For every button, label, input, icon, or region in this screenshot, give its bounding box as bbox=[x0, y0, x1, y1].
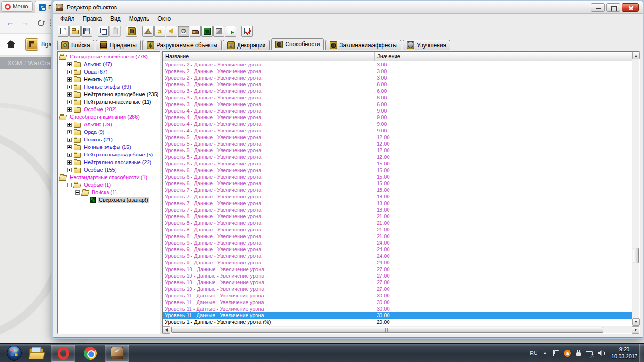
taskbar-clock[interactable]: 9:20 10.03.2017 bbox=[611, 346, 637, 360]
expander-minus-icon[interactable] bbox=[67, 183, 72, 187]
expander-plus-icon[interactable] bbox=[67, 130, 72, 134]
overflow-menu-icon[interactable] bbox=[50, 19, 52, 21]
column-header-value[interactable]: Значение bbox=[374, 52, 400, 61]
power-plug-icon[interactable] bbox=[576, 352, 581, 356]
property-row[interactable]: Уровень 7 - Данные - Увеличение урона18.… bbox=[163, 200, 632, 206]
property-row[interactable]: Уровень 4 - Данные - Увеличение урона9.0… bbox=[163, 107, 632, 114]
property-row[interactable]: Уровень 5 - Данные - Увеличение урона12.… bbox=[163, 154, 632, 160]
property-row[interactable]: Уровень 6 - Данные - Увеличение урона15.… bbox=[163, 173, 632, 180]
property-row[interactable]: Уровень 5 - Данные - Увеличение урона12.… bbox=[163, 147, 632, 154]
speaker-icon[interactable] bbox=[598, 350, 605, 356]
expander-plus-icon[interactable] bbox=[67, 145, 72, 149]
property-row[interactable]: Уровень 7 - Данные - Увеличение урона18.… bbox=[163, 187, 632, 193]
property-row[interactable]: Уровень 6 - Данные - Увеличение урона15.… bbox=[163, 180, 632, 187]
tab-fist-active[interactable]: Способности bbox=[271, 38, 324, 50]
tree-item[interactable]: Альянс (47) bbox=[58, 60, 160, 68]
expander-plus-icon[interactable] bbox=[67, 153, 72, 157]
expander-plus-icon[interactable] bbox=[67, 168, 72, 172]
property-row[interactable]: Уровень 4 - Данные - Увеличение урона9.0… bbox=[163, 121, 632, 127]
property-row[interactable]: Уровень 10 - Данные - Увеличение урона27… bbox=[163, 272, 632, 279]
expander-plus-icon[interactable] bbox=[67, 107, 72, 112]
toolbar-button-import-manager[interactable] bbox=[225, 26, 236, 37]
language-indicator[interactable]: RU bbox=[530, 350, 537, 356]
taskbar-item-world-editor[interactable] bbox=[105, 345, 129, 362]
tree-item[interactable]: Ночные эльфы (69) bbox=[58, 83, 160, 90]
tab-chest-inactive[interactable]: Предметы bbox=[96, 40, 141, 50]
tree-item[interactable]: Орда (9) bbox=[58, 128, 160, 136]
property-row[interactable]: Уровень 2 - Данные - Увеличение урона3.0… bbox=[163, 61, 632, 68]
expander-plus-icon[interactable] bbox=[67, 123, 72, 127]
property-row[interactable]: Уровень 8 - Данные - Увеличение урона21.… bbox=[163, 213, 632, 220]
vertical-scroll-thumb[interactable] bbox=[633, 248, 639, 263]
tree-item[interactable]: Нейтрально-пассивные (22) bbox=[58, 158, 160, 166]
property-row[interactable]: Уровень 3 - Данные - Увеличение урона6.0… bbox=[163, 94, 632, 101]
property-row[interactable]: Уровень 7 - Данные - Увеличение урона18.… bbox=[163, 193, 632, 200]
forward-icon[interactable] bbox=[21, 17, 29, 27]
toolbar-button-save[interactable] bbox=[81, 26, 92, 37]
tree-item[interactable]: Нейтрально-враждебные (235) bbox=[58, 90, 160, 98]
taskbar-item-explorer[interactable] bbox=[25, 345, 47, 362]
minimize-button[interactable] bbox=[591, 3, 605, 12]
property-row[interactable]: Уровень 10 - Данные - Увеличение урона27… bbox=[163, 279, 632, 286]
tree-item[interactable]: Альянс (39) bbox=[58, 121, 160, 128]
menu-item-0[interactable]: Файл bbox=[56, 14, 79, 24]
property-row[interactable]: Уровень 10 - Данные - Увеличение урона27… bbox=[163, 286, 632, 292]
horizontal-scrollbar[interactable] bbox=[163, 326, 639, 333]
property-row[interactable]: Уровень 9 - Данные - Увеличение урона24.… bbox=[163, 259, 632, 266]
property-row[interactable]: Уровень 5 - Данные - Увеличение урона12.… bbox=[163, 140, 632, 147]
close-button[interactable] bbox=[622, 3, 639, 12]
title-bar[interactable]: Редактор объектов bbox=[53, 1, 643, 14]
back-icon[interactable] bbox=[6, 17, 14, 27]
expander-plus-icon[interactable] bbox=[67, 62, 72, 66]
toolbar-button-terrain-editor[interactable] bbox=[142, 26, 154, 37]
expander-plus-icon[interactable] bbox=[67, 77, 72, 82]
antivirus-icon[interactable] bbox=[564, 350, 571, 357]
expander-plus-icon[interactable] bbox=[67, 85, 72, 89]
toolbar-button-object-manager[interactable] bbox=[213, 26, 224, 37]
tree-item[interactable]: Стандартные способности (778) bbox=[58, 53, 160, 60]
menu-item-1[interactable]: Правка bbox=[79, 14, 107, 24]
expander-plus-icon[interactable] bbox=[67, 138, 72, 142]
toolbar-button-new-document[interactable] bbox=[58, 26, 69, 37]
expander-plus-icon[interactable] bbox=[67, 70, 72, 74]
tree-item[interactable]: Способности кампании (266) bbox=[58, 113, 160, 121]
tree-item[interactable]: Нежить (67) bbox=[58, 75, 160, 83]
tree-item[interactable]: Сверхсила (аватар!) bbox=[58, 196, 160, 204]
taskbar-item-opera[interactable] bbox=[51, 345, 75, 362]
tree-item[interactable]: Нежить (21) bbox=[58, 136, 160, 143]
property-row[interactable]: Уровень 8 - Данные - Увеличение урона21.… bbox=[163, 226, 632, 233]
property-row[interactable]: Уровень 9 - Данные - Увеличение урона24.… bbox=[163, 253, 632, 259]
tree-item[interactable]: Нейтрально-пассивные (11) bbox=[58, 98, 160, 106]
property-row[interactable]: Уровень 10 - Данные - Увеличение урона27… bbox=[163, 266, 632, 272]
property-row[interactable]: Уровень 2 - Данные - Увеличение урона3.0… bbox=[163, 74, 632, 81]
property-row[interactable]: Уровень 5 - Данные - Увеличение урона12.… bbox=[163, 134, 632, 140]
action-center-flag-icon[interactable] bbox=[553, 350, 559, 356]
menu-item-4[interactable]: Окно bbox=[153, 14, 175, 24]
toolbar-button-open-folder[interactable] bbox=[69, 26, 81, 37]
expander-plus-icon[interactable] bbox=[67, 100, 72, 104]
expander-minus-icon[interactable] bbox=[75, 190, 80, 195]
property-row[interactable]: Уровень 4 - Данные - Увеличение урона9.0… bbox=[163, 127, 632, 134]
tree-item[interactable]: Ночные эльфы (15) bbox=[58, 143, 160, 151]
menu-item-2[interactable]: Вид bbox=[106, 14, 125, 24]
tab-fist-inactive[interactable]: Заклинания/эффекты bbox=[325, 40, 401, 50]
opera-menu-button[interactable]: Меню bbox=[1, 1, 33, 12]
property-row[interactable]: Уровень 3 - Данные - Увеличение урона6.0… bbox=[163, 101, 632, 107]
property-row[interactable]: Уровень 1 - Данные - Увеличение урона (%… bbox=[163, 319, 632, 325]
property-row[interactable]: Уровень 8 - Данные - Увеличение урона21.… bbox=[163, 220, 632, 226]
tree-item[interactable]: Особые (155) bbox=[58, 166, 160, 173]
tree-item[interactable]: Особые (282) bbox=[58, 106, 160, 113]
tray-expand-icon[interactable] bbox=[543, 352, 547, 354]
toolbar-button-trigger-editor[interactable] bbox=[154, 26, 165, 37]
reload-icon[interactable] bbox=[38, 20, 44, 26]
property-row[interactable]: Уровень 11 - Данные - Увеличение урона30… bbox=[163, 305, 632, 312]
toolbar-button-copy[interactable] bbox=[98, 26, 109, 37]
property-row[interactable]: Уровень 7 - Данные - Увеличение урона18.… bbox=[163, 206, 632, 213]
scroll-right-icon[interactable] bbox=[632, 326, 639, 334]
property-row[interactable]: Уровень 3 - Данные - Увеличение урона6.0… bbox=[163, 88, 632, 94]
toolbar-button-ai-editor[interactable] bbox=[201, 26, 213, 37]
menu-item-3[interactable]: Модуль bbox=[125, 14, 154, 24]
property-row[interactable]: Уровень 9 - Данные - Увеличение урона24.… bbox=[163, 239, 632, 246]
tab-tree-inactive[interactable]: Разрушаемые объекты bbox=[142, 40, 222, 50]
start-button[interactable] bbox=[3, 345, 25, 362]
